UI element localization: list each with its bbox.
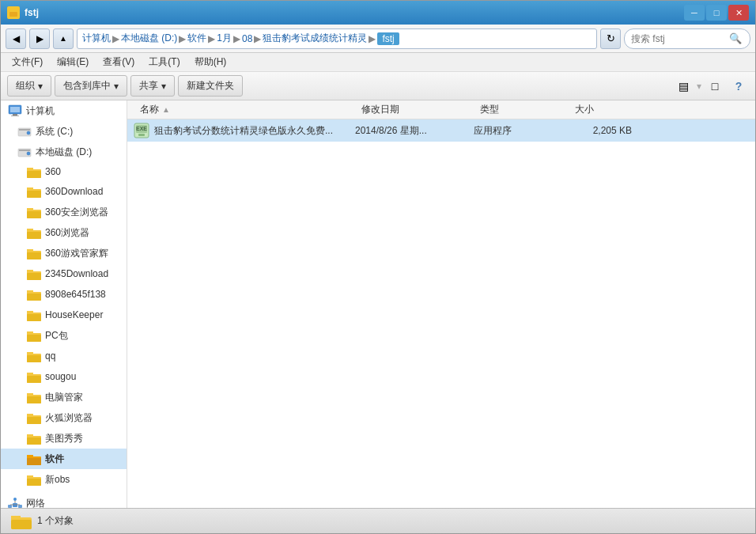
folder-icon-360 [26, 165, 42, 179]
sort-icon: ▲ [162, 105, 170, 114]
sidebar-item-pc-bag[interactable]: PC包 [1, 325, 127, 346]
up-button[interactable]: ▲ [53, 28, 74, 49]
col-header-size[interactable]: 大小 [569, 103, 632, 116]
breadcrumb-bar[interactable]: 计算机 ▶ 本地磁盘 (D:) ▶ 软件 ▶ 1月 ▶ 08 ▶ 狙击豹考试成绩… [77, 28, 597, 49]
include-library-button[interactable]: 包含到库中 ▾ [55, 75, 127, 97]
folder-icon-360browser [26, 225, 42, 240]
breadcrumb-item-computer[interactable]: 计算机 [82, 32, 111, 45]
menu-edit[interactable]: 编辑(E) [51, 54, 95, 70]
folder-icon-new-obs [26, 472, 42, 487]
folder-icon-qq [26, 348, 42, 364]
svg-rect-52 [27, 437, 41, 445]
status-count: 1 个对象 [37, 514, 74, 528]
svg-rect-25 [27, 252, 41, 259]
sidebar-item-hash[interactable]: 8908e645f138 [1, 284, 127, 305]
search-box[interactable]: 🔍 [624, 28, 750, 49]
svg-rect-40 [27, 355, 41, 362]
svg-point-11 [27, 152, 30, 155]
d-drive-icon [17, 144, 32, 160]
sidebar-item-label-sougou: sougou [45, 371, 76, 382]
new-folder-button[interactable]: 新建文件夹 [178, 75, 243, 97]
sidebar-item-label-housekeeper: HouseKeeper [45, 309, 103, 320]
breadcrumb-item-d-drive[interactable]: 本地磁盘 (D:) [121, 32, 177, 45]
title-bar-left: fstj [7, 6, 39, 19]
sidebar-item-firefox[interactable]: 火狐浏览器 [1, 407, 127, 428]
file-area[interactable]: 名称 ▲ 修改日期 类型 大小 [127, 100, 755, 508]
col-header-name[interactable]: 名称 ▲ [134, 103, 355, 116]
menu-help[interactable]: 帮助(H) [188, 54, 233, 70]
status-folder-icon [10, 512, 29, 531]
svg-rect-44 [27, 373, 33, 376]
view-button-1[interactable]: ▤ [673, 76, 694, 97]
folder-icon-360game [26, 245, 42, 261]
breadcrumb-item-fstj[interactable]: fstj [377, 32, 399, 45]
sidebar-item-software[interactable]: 软件 [1, 449, 127, 469]
breadcrumb-item-january[interactable]: 1月 [217, 32, 232, 45]
minimize-button[interactable]: ─ [684, 5, 705, 21]
sidebar-item-label-360download: 360Download [45, 186, 103, 197]
search-input[interactable] [631, 33, 726, 44]
svg-rect-26 [27, 249, 33, 252]
sidebar-item-label-meitu: 美图秀秀 [45, 432, 83, 445]
help-button[interactable]: ? [728, 76, 749, 97]
sidebar[interactable]: 计算机 系统 (C:) [1, 100, 127, 508]
menu-view[interactable]: 查看(V) [96, 54, 141, 70]
svg-rect-53 [27, 434, 33, 437]
menu-file[interactable]: 文件(F) [6, 54, 49, 70]
view-button-2[interactable]: □ [705, 76, 725, 97]
svg-rect-43 [27, 376, 41, 383]
sidebar-item-2345[interactable]: 2345Download [1, 263, 127, 284]
svg-rect-38 [27, 331, 33, 335]
sidebar-item-360safe[interactable]: 360安全浏览器 [1, 202, 127, 222]
sidebar-item-360browser[interactable]: 360浏览器 [1, 222, 127, 243]
new-folder-label: 新建文件夹 [187, 79, 234, 93]
breadcrumb-item-software[interactable]: 软件 [187, 32, 206, 45]
menu-tools[interactable]: 工具(T) [142, 54, 186, 70]
col-name-label: 名称 [140, 103, 159, 116]
sidebar-item-network[interactable]: 网络 [1, 493, 127, 508]
table-row[interactable]: EXE 狙击豹考试分数统计精灵绿色版永久免费... 2014/8/26 星期..… [127, 119, 755, 142]
svg-rect-4 [13, 114, 17, 116]
sidebar-item-pc-manager[interactable]: 电脑管家 [1, 387, 127, 407]
folder-icon-hash [26, 286, 42, 302]
sidebar-item-label-new-obs: 新obs [45, 473, 70, 487]
sidebar-item-label-360browser: 360浏览器 [45, 226, 89, 240]
file-name: 狙击豹考试分数统计精灵绿色版永久免费... [154, 124, 333, 138]
sidebar-item-360game[interactable]: 360游戏管家辉 [1, 243, 127, 263]
sidebar-item-new-obs[interactable]: 新obs [1, 469, 127, 490]
sidebar-item-d-drive[interactable]: 本地磁盘 (D:) [1, 142, 127, 162]
col-header-type[interactable]: 类型 [474, 103, 569, 116]
sidebar-item-c-drive[interactable]: 系统 (C:) [1, 121, 127, 142]
close-button[interactable]: ✕ [728, 5, 749, 21]
back-button[interactable]: ◀ [6, 28, 26, 49]
organize-button[interactable]: 组织 ▾ [7, 75, 51, 97]
forward-button[interactable]: ▶ [29, 28, 50, 49]
svg-rect-22 [27, 232, 41, 239]
breadcrumb-item-folder[interactable]: 狙击豹考试成绩统计精灵 [263, 32, 367, 45]
sidebar-item-computer[interactable]: 计算机 [1, 100, 127, 121]
svg-rect-46 [27, 396, 41, 403]
include-library-label: 包含到库中 [63, 79, 111, 93]
col-header-date[interactable]: 修改日期 [355, 103, 474, 116]
view-sep: ▾ [697, 81, 701, 92]
share-label: 共享 [139, 79, 158, 93]
status-bar: 1 个对象 [1, 508, 755, 533]
breadcrumb-item-08[interactable]: 08 [242, 33, 252, 44]
svg-rect-56 [27, 455, 33, 458]
sidebar-item-360download[interactable]: 360Download [1, 181, 127, 202]
sidebar-item-sougou[interactable]: sougou [1, 366, 127, 387]
sidebar-item-360[interactable]: 360 [1, 162, 127, 181]
sidebar-item-qq[interactable]: qq [1, 346, 127, 366]
share-button[interactable]: 共享 ▾ [130, 75, 175, 97]
svg-rect-37 [27, 335, 41, 342]
refresh-button[interactable]: ↻ [600, 28, 621, 49]
svg-rect-59 [27, 475, 33, 479]
sidebar-item-housekeeper[interactable]: HouseKeeper [1, 305, 127, 325]
svg-point-8 [27, 131, 30, 134]
search-icon: 🔍 [729, 32, 742, 44]
svg-rect-1 [9, 12, 17, 17]
organize-arrow: ▾ [38, 81, 43, 92]
sidebar-item-meitu[interactable]: 美图秀秀 [1, 428, 127, 449]
sidebar-item-label-360safe: 360安全浏览器 [45, 206, 108, 219]
maximize-button[interactable]: □ [706, 5, 727, 21]
